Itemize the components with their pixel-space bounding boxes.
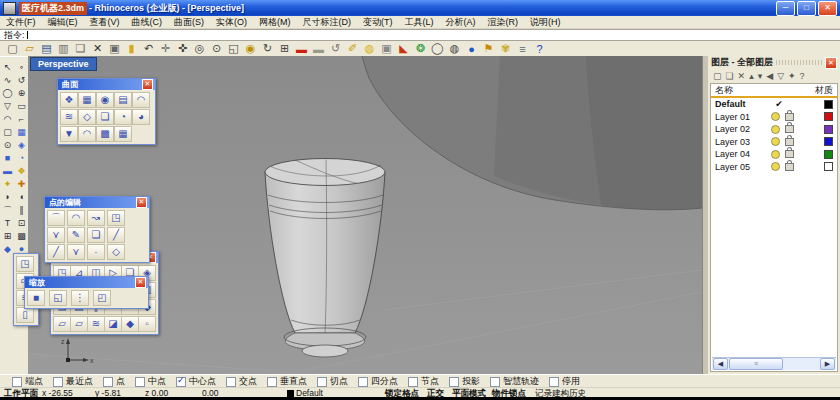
scroll-left-icon[interactable]: ◀ xyxy=(713,358,728,370)
palette-icon[interactable]: ≋ xyxy=(60,109,78,125)
layer-color-swatch[interactable] xyxy=(824,125,833,134)
save-icon[interactable]: ▤ xyxy=(38,42,55,56)
help-icon[interactable]: ? xyxy=(800,71,805,81)
offset-icon[interactable]: ∥ xyxy=(15,204,28,217)
select-icon[interactable]: ↖ xyxy=(1,61,14,74)
car-gray-icon[interactable]: ▬ xyxy=(310,42,327,56)
layer-visibility-icon[interactable] xyxy=(771,150,780,159)
zoom-dynamic-icon[interactable]: ⊙ xyxy=(208,42,225,56)
palette-icon[interactable]: ❖ xyxy=(60,92,78,108)
point-icon[interactable]: ∘ xyxy=(15,61,28,74)
checkbox[interactable] xyxy=(12,377,22,387)
column-name[interactable]: 名称 xyxy=(715,84,733,97)
checkbox[interactable] xyxy=(135,377,145,387)
palette-icon[interactable]: ▱ xyxy=(70,316,88,332)
checkbox[interactable] xyxy=(317,377,327,387)
menu-item[interactable]: 工具(L) xyxy=(399,16,440,29)
close-icon[interactable]: ✕ xyxy=(142,79,153,90)
palette-icon[interactable]: ⋎ xyxy=(47,227,65,243)
layer-visibility-icon[interactable] xyxy=(771,112,780,121)
palette-icon[interactable]: ◳ xyxy=(107,210,125,226)
blend-icon[interactable]: ⌒ xyxy=(1,204,14,217)
curve-icon[interactable]: ∿ xyxy=(1,74,14,87)
render-icon[interactable]: ◣ xyxy=(395,42,412,56)
rotate-view-icon[interactable]: ↻ xyxy=(259,42,276,56)
scrollbar-thumb[interactable]: ≡ xyxy=(729,358,783,370)
palette-icon[interactable]: ⋎ xyxy=(67,244,85,260)
flag-icon[interactable]: ⚑ xyxy=(480,42,497,56)
zoom-window-icon[interactable]: ◱ xyxy=(225,42,242,56)
minimize-button[interactable]: ─ xyxy=(776,1,795,16)
layer-lock-icon[interactable] xyxy=(785,113,794,121)
delete-layer-icon[interactable]: ✕ xyxy=(738,71,746,81)
layer-color-swatch[interactable] xyxy=(824,112,833,121)
project-icon[interactable]: ⊡ xyxy=(15,217,28,230)
cylinder-icon[interactable]: ▬ xyxy=(1,165,14,178)
copy-icon[interactable]: ▣ xyxy=(106,42,123,56)
checkbox[interactable] xyxy=(449,377,459,387)
palette-icon[interactable]: ▤ xyxy=(114,92,132,108)
palette-icon[interactable]: ◔ xyxy=(114,109,132,125)
circle2-icon[interactable]: ⊕ xyxy=(15,87,28,100)
palette-icon[interactable]: ◠ xyxy=(67,210,85,226)
undo-icon[interactable]: ↶ xyxy=(140,42,157,56)
menu-item[interactable]: 网格(M) xyxy=(253,16,297,29)
array-icon[interactable]: ⊞ xyxy=(1,230,14,243)
move-down-icon[interactable]: ▾ xyxy=(758,71,763,81)
palette-icon[interactable]: ╱ xyxy=(107,227,125,243)
zoom-icon[interactable]: ◎ xyxy=(191,42,208,56)
palette-icon[interactable]: ◆ xyxy=(121,316,139,332)
layer-lock-icon[interactable] xyxy=(785,125,794,133)
sphere-icon[interactable]: ◈ xyxy=(15,139,28,152)
drag-handle[interactable] xyxy=(776,60,822,65)
palette-icon[interactable]: ■ xyxy=(27,290,45,306)
explode-icon[interactable]: ❖ xyxy=(15,165,28,178)
viewport-layout-icon[interactable]: ⊞ xyxy=(276,42,293,56)
layer-row[interactable]: Layer 01 xyxy=(711,111,837,124)
menu-item[interactable]: 曲线(C) xyxy=(126,16,169,29)
ellipse-icon[interactable]: ⊙ xyxy=(1,139,14,152)
menu-item[interactable]: 渲染(R) xyxy=(482,16,525,29)
checkbox[interactable] xyxy=(408,377,418,387)
menu-item[interactable]: 文件(F) xyxy=(0,16,42,29)
palette-icon[interactable]: ▱ xyxy=(53,316,71,332)
arc-icon[interactable]: ◠ xyxy=(1,113,14,126)
filter-icon[interactable]: ▽ xyxy=(777,71,784,81)
layer-row[interactable]: Layer 03 xyxy=(711,136,837,149)
palette-icon[interactable]: ❏ xyxy=(96,109,114,125)
pan-icon[interactable]: ✛ xyxy=(157,42,174,56)
join-icon[interactable]: ✚ xyxy=(15,178,28,191)
zoom-selected-icon[interactable]: ◉ xyxy=(242,42,259,56)
palette-icon[interactable]: ▼ xyxy=(60,126,78,142)
palette-icon[interactable]: ❏ xyxy=(87,227,105,243)
checkbox[interactable] xyxy=(358,377,368,387)
text-icon[interactable]: T xyxy=(1,217,14,230)
palette-icon[interactable]: ◉ xyxy=(96,92,114,108)
layer-visibility-icon[interactable] xyxy=(771,162,780,171)
color-wheel-icon[interactable]: ❂ xyxy=(412,42,429,56)
surface-icon[interactable]: ▦ xyxy=(15,126,28,139)
box-icon[interactable]: ■ xyxy=(1,152,14,165)
column-material[interactable]: 材质 xyxy=(815,84,833,97)
circle-icon[interactable]: ◯ xyxy=(1,87,14,100)
tools-icon[interactable]: ✦ xyxy=(788,71,796,81)
menu-item[interactable]: 说明(H) xyxy=(524,16,567,29)
boolean-icon[interactable]: ✦ xyxy=(1,178,14,191)
palette-icon[interactable]: ◇ xyxy=(107,244,125,260)
palette-icon[interactable]: ◠ xyxy=(78,126,96,142)
close-icon[interactable]: ✕ xyxy=(135,277,146,288)
sphere-wire-icon[interactable]: ◯ xyxy=(429,42,446,56)
fillet-icon[interactable]: ◗ xyxy=(1,191,14,204)
menu-item[interactable]: 尺寸标注(D) xyxy=(297,16,358,29)
close-button[interactable]: ✕ xyxy=(818,1,837,16)
palette-icon[interactable]: ⌒ xyxy=(47,210,65,226)
layer-row[interactable]: Default ✔ xyxy=(711,98,837,111)
gears-icon[interactable]: ✾ xyxy=(497,42,514,56)
menu-item[interactable]: 分析(A) xyxy=(440,16,482,29)
layer-lock-icon[interactable] xyxy=(785,138,794,146)
palette-icon[interactable]: ▯ xyxy=(16,307,34,323)
structure-icon[interactable]: ≡ xyxy=(514,42,531,56)
layer-color-swatch[interactable] xyxy=(824,162,833,171)
layer-row[interactable]: Layer 02 xyxy=(711,123,837,136)
checkbox[interactable] xyxy=(549,377,559,387)
